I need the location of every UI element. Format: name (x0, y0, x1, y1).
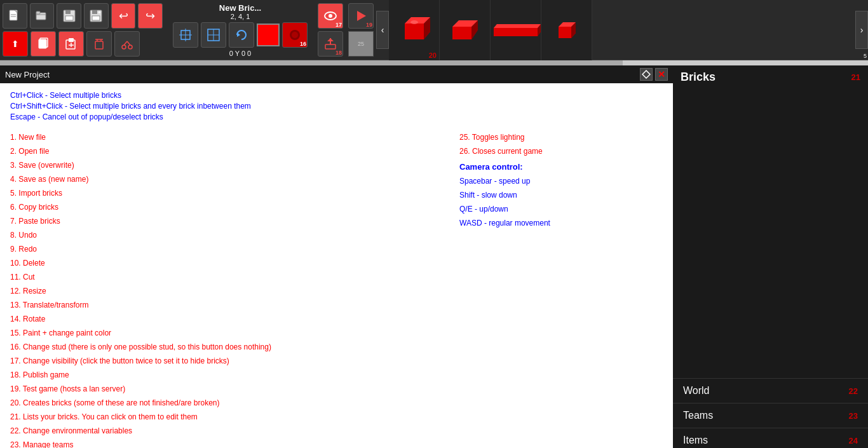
svg-point-36 (329, 14, 332, 18)
svg-line-25 (127, 41, 130, 45)
btn-stud[interactable]: 16 (282, 22, 308, 48)
help-left: 1. New file 2. Open file 3. Save (overwr… (10, 132, 447, 448)
main-area: New Project ✕ Ctrl+Click - Select multip… (0, 65, 868, 448)
brick-num-20: 20 (429, 51, 437, 59)
btn-close-window[interactable]: ✕ (655, 68, 668, 81)
coord-x: 0 Y 0 0 (229, 50, 251, 57)
brick-item-small[interactable] (541, 0, 592, 60)
bricks-title: Bricks (681, 71, 715, 84)
coords-xyz-row: 0 Y 0 0 (229, 50, 251, 57)
brick-item-20[interactable]: 20 (389, 0, 440, 60)
svg-rect-10 (92, 16, 100, 20)
center-toolbar-buttons: 16 (173, 22, 308, 48)
svg-rect-15 (69, 38, 74, 42)
sidebar-nav-items[interactable]: Items 24 (673, 428, 868, 448)
btn-delete[interactable] (86, 31, 112, 57)
toolbar-right-group2: 19 25 (346, 1, 376, 59)
brick-prev-btn[interactable]: ‹ (376, 11, 389, 49)
color-swatch[interactable] (257, 24, 280, 46)
btn-paste-bricks[interactable] (58, 31, 84, 57)
btn-translate[interactable] (173, 22, 198, 48)
btn-rotate-tool[interactable] (229, 22, 254, 48)
help-item-8: 9. Redo (10, 243, 447, 255)
brick-nav-area: ‹ 20 (376, 0, 868, 60)
help-right-item-1: 26. Closes current game (459, 146, 663, 157)
camera-ctrl-0: Spacebar - speed up (459, 175, 663, 187)
svg-rect-6 (65, 10, 71, 14)
svg-rect-4 (36, 11, 40, 14)
brick-item-flat[interactable] (491, 0, 541, 60)
svg-marker-53 (494, 24, 541, 28)
btn-redo[interactable]: ↪ (138, 3, 163, 29)
help-item-3: 4. Save as (new name) (10, 173, 447, 185)
btn-save[interactable] (57, 3, 81, 29)
svg-point-34 (292, 32, 298, 38)
svg-rect-9 (92, 10, 97, 14)
teams-num: 23 (849, 411, 858, 421)
shortcut-2: Ctrl+Shift+Click - Select multiple brick… (10, 102, 663, 111)
svg-marker-32 (237, 32, 240, 37)
camera-header: Camera control: (459, 162, 663, 172)
btn-visibility[interactable]: 17 (318, 3, 343, 29)
svg-text:+: + (98, 10, 101, 15)
help-item-19: 20. Creates bricks (some of these are no… (10, 397, 447, 409)
titlebar-controls: ✕ (640, 68, 668, 81)
svg-marker-42 (405, 24, 424, 39)
window-titlebar: New Project ✕ (0, 65, 673, 83)
btn-open-file[interactable] (30, 3, 55, 29)
btn-grid[interactable] (201, 22, 226, 48)
bricks-grid (673, 89, 868, 378)
brick-next-btn[interactable]: › (855, 11, 868, 49)
svg-point-23 (128, 45, 132, 49)
svg-point-45 (410, 20, 418, 24)
help-item-9: 10. Delete (10, 257, 447, 269)
shortcut-1: Ctrl+Click - Select multiple bricks (10, 91, 663, 100)
toolbar-center: New Bric... 2, 4, 1 16 0 Y 0 0 (165, 1, 315, 60)
btn-cut[interactable] (114, 31, 140, 57)
btn-save-as[interactable]: + (84, 3, 109, 29)
teams-label: Teams (683, 410, 713, 421)
right-sidebar: Bricks 21 World 22 Teams 23 Items 24 (673, 65, 868, 448)
svg-rect-37 (325, 44, 336, 49)
content-panel: New Project ✕ Ctrl+Click - Select multip… (0, 65, 673, 448)
help-item-1: 2. Open file (10, 146, 447, 157)
toolbar: + ↩ ↪ ⬆5 (0, 0, 868, 60)
bricks-header-row: Bricks 21 (673, 65, 868, 89)
btn-test-game[interactable]: 19 (348, 3, 374, 29)
project-coords: 2, 4, 1 (231, 13, 250, 20)
toolbar-right-group: 17 18 (315, 1, 346, 59)
help-item-4: 5. Import bricks (10, 187, 447, 199)
help-item-11: 12. Resize (10, 285, 447, 297)
help-item-22: 23. Manage teams (10, 439, 447, 448)
help-item-13: 14. Rotate (10, 313, 447, 325)
help-item-16: 17. Change visibility (click the button … (10, 355, 447, 367)
help-item-7: 8. Undo (10, 229, 447, 241)
shortcut-3: Escape - Cancel out of popup/deselect br… (10, 112, 663, 121)
window-title: New Project (5, 70, 50, 79)
scrollbar-thumb[interactable] (0, 60, 623, 65)
scrollbar[interactable] (0, 60, 868, 65)
bricks-num-21: 21 (851, 72, 860, 82)
sidebar-nav-world[interactable]: World 22 (673, 379, 868, 404)
btn-new-file[interactable] (3, 3, 27, 29)
svg-marker-47 (452, 27, 471, 39)
help-item-10: 11. Cut (10, 271, 447, 283)
toolbar-row-1: + ↩ ↪ (3, 3, 163, 29)
help-item-18: 19. Test game (hosts a lan server) (10, 383, 447, 395)
svg-marker-51 (494, 28, 538, 36)
help-item-14: 15. Paint + change paint color (10, 327, 447, 339)
btn-copy-bricks[interactable] (31, 31, 56, 57)
btn-publish[interactable]: 18 (318, 31, 343, 57)
help-item-6: 7. Paste bricks (10, 215, 447, 227)
btn-resize-window[interactable] (640, 68, 653, 81)
svg-marker-39 (327, 38, 334, 41)
btn-extra[interactable]: 25 (348, 31, 374, 57)
btn-undo[interactable]: ↩ (111, 3, 136, 29)
btn-import-bricks[interactable]: ⬆5 (3, 31, 28, 57)
svg-rect-7 (65, 16, 73, 20)
brick-item-angled[interactable] (440, 0, 491, 60)
svg-marker-55 (559, 27, 571, 38)
help-item-2: 3. Save (overwrite) (10, 160, 447, 171)
svg-marker-40 (357, 11, 366, 21)
sidebar-nav-teams[interactable]: Teams 23 (673, 404, 868, 428)
